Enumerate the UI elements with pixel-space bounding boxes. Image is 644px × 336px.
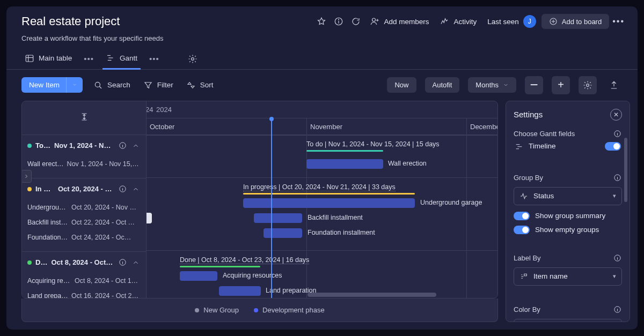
info-icon[interactable] — [612, 173, 622, 183]
group-header-done[interactable]: D… Oct 8, 2024 - Oct 2… — [22, 252, 146, 273]
timeline-field-label: Timeline — [529, 142, 599, 150]
close-icon[interactable]: ✕ — [610, 109, 622, 121]
color-by-select[interactable]: Group ▾ — [514, 319, 622, 323]
tab-gantt-more-icon[interactable]: ••• — [147, 52, 162, 65]
info-icon[interactable] — [118, 184, 127, 194]
view-settings-icon[interactable] — [184, 50, 201, 68]
sort-button[interactable]: Sort — [184, 77, 216, 93]
group-dot — [27, 260, 32, 265]
last-seen-label: Last seen — [487, 18, 519, 26]
tab-main-table[interactable]: Main table — [21, 49, 75, 69]
group-dot — [27, 187, 32, 191]
collapse-left-icon[interactable] — [147, 213, 152, 223]
filter-button[interactable]: Filter — [141, 77, 175, 93]
group-by-select[interactable]: Status ▾ — [514, 187, 622, 205]
h-scrollbar[interactable] — [275, 293, 492, 297]
gantt-bar[interactable] — [306, 159, 383, 169]
group-dot — [27, 144, 32, 148]
tab-gantt[interactable]: Gantt — [103, 49, 141, 70]
task-row[interactable]: Underground … Oct 20, 2024 - Nov … — [22, 200, 146, 215]
task-row[interactable]: Wall erect… Nov 1, 2024 - Nov 15, … — [22, 156, 146, 171]
info-icon[interactable] — [612, 129, 622, 139]
svg-line-17 — [99, 86, 101, 88]
gantt-bar[interactable] — [254, 213, 302, 223]
group-summary: Done | Oct 8, 2024 - Oct 23, 2024 | 16 d… — [180, 256, 309, 264]
gantt-bar[interactable] — [243, 198, 415, 208]
avatar: J — [523, 15, 536, 28]
info-icon[interactable] — [118, 258, 127, 267]
autofit-button[interactable]: Autofit — [425, 77, 460, 93]
settings-panel: Settings ✕ Choose Gantt fields Timeline — [506, 101, 630, 323]
gantt-chart: To… Nov 1, 2024 - Nov … Wall erect… Nov … — [21, 101, 498, 299]
page-title: Real estate project — [21, 14, 120, 28]
new-item-dropdown-icon[interactable] — [66, 77, 83, 93]
period-select[interactable]: Months — [468, 77, 516, 93]
gantt-settings-icon[interactable] — [579, 76, 597, 94]
show-summary-toggle[interactable] — [514, 212, 530, 220]
group-summary: To do | Nov 1, 2024 - Nov 15, 2024 | 15 … — [306, 140, 440, 148]
zoom-out-button[interactable]: − — [525, 76, 543, 94]
add-members-button[interactable]: Add members — [364, 13, 434, 29]
gantt-bar[interactable] — [180, 271, 217, 281]
info-icon[interactable] — [330, 13, 347, 30]
summary-bar[interactable] — [306, 150, 383, 152]
export-icon[interactable] — [605, 77, 623, 94]
filter-label: Filter — [157, 81, 173, 89]
expand-sidebar-icon[interactable] — [21, 170, 32, 183]
info-icon[interactable] — [612, 305, 622, 315]
activity-label: Activity — [453, 18, 477, 26]
add-to-board-button[interactable]: Add to board — [541, 14, 609, 29]
add-members-label: Add members — [384, 18, 429, 26]
svg-point-18 — [587, 84, 589, 86]
last-seen[interactable]: Last seen J — [482, 12, 541, 31]
new-item-button[interactable]: New Item — [21, 77, 83, 93]
fit-rows-icon[interactable] — [79, 112, 89, 123]
year-partial: 24 — [147, 106, 153, 114]
group-by-label: Group By — [514, 174, 543, 182]
legend: New Group Development phase — [21, 298, 498, 322]
zoom-in-button[interactable]: + — [552, 76, 570, 94]
search-label: Search — [107, 81, 130, 89]
v-scrollbar[interactable] — [624, 138, 627, 315]
task-row[interactable]: Acquiring res… Oct 8, 2024 - Oct 1… — [22, 273, 146, 288]
task-row[interactable]: Land prepar… Oct 16, 2024 - Oct 2… — [22, 288, 146, 298]
info-icon[interactable] — [118, 141, 127, 151]
label-by-label: Label By — [514, 254, 541, 262]
new-item-label: New Item — [21, 77, 66, 93]
show-empty-toggle[interactable] — [514, 226, 530, 234]
choose-fields-label: Choose Gantt fields — [514, 130, 575, 138]
task-row[interactable]: Foundation ins… Oct 24, 2024 - Oc… — [22, 230, 146, 245]
today-indicator — [271, 120, 272, 298]
group-header-progress[interactable]: In pr… Oct 20, 2024 - N… — [22, 178, 146, 200]
chevron-up-icon[interactable] — [131, 141, 141, 151]
search-button[interactable]: Search — [91, 77, 133, 93]
color-by-label: Color By — [514, 305, 540, 313]
svg-point-15 — [191, 57, 194, 60]
task-row[interactable]: Backfill insta… Oct 22, 2024 - Oct … — [22, 215, 146, 230]
summary-bar[interactable] — [180, 266, 260, 267]
tab-gantt-label: Gantt — [120, 54, 137, 62]
sort-label: Sort — [200, 81, 214, 89]
summary-bar[interactable] — [243, 193, 415, 195]
activity-button[interactable]: Activity — [434, 13, 482, 29]
label-by-select[interactable]: Item name ▾ — [514, 267, 622, 286]
star-icon[interactable] — [313, 13, 330, 30]
svg-point-3 — [372, 18, 376, 21]
group-header-todo[interactable]: To… Nov 1, 2024 - Nov … — [22, 135, 146, 156]
tab-main-more-icon[interactable]: ••• — [82, 52, 96, 65]
svg-point-2 — [339, 19, 339, 20]
gantt-bar[interactable] — [264, 228, 302, 238]
now-button[interactable]: Now — [387, 77, 416, 93]
timeline-toggle[interactable] — [605, 142, 621, 151]
chevron-up-icon[interactable] — [131, 184, 141, 194]
cycle-icon[interactable] — [347, 13, 364, 30]
svg-point-16 — [95, 82, 100, 87]
info-icon[interactable] — [612, 253, 622, 263]
more-icon[interactable]: ••• — [609, 17, 628, 26]
gantt-bar[interactable] — [219, 286, 261, 296]
chevron-up-icon[interactable] — [131, 258, 141, 267]
tab-main-label: Main table — [39, 54, 72, 62]
year-label: 2024 — [156, 106, 172, 114]
page-subtitle: Create a workflow that fits your specifi… — [6, 33, 638, 47]
group-summary: In progress | Oct 20, 2024 - Nov 21, 202… — [243, 183, 396, 191]
